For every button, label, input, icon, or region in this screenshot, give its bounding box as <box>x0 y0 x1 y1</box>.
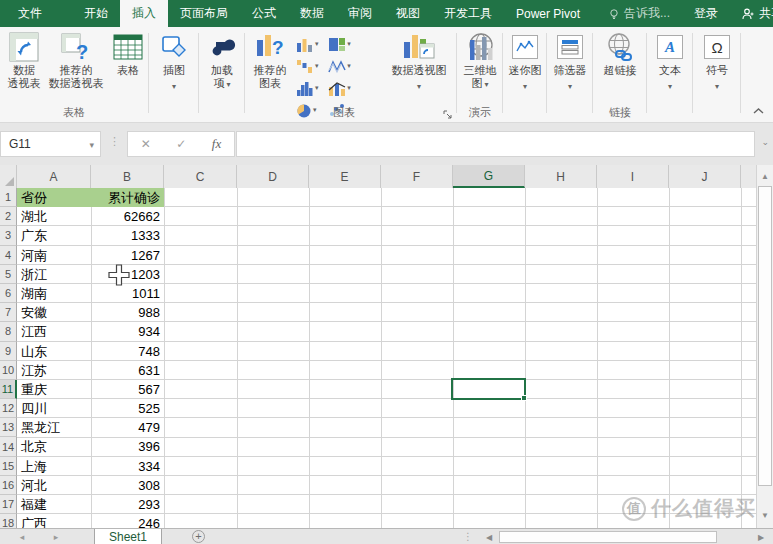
fill-handle[interactable] <box>521 395 527 401</box>
insert-combo-chart-button[interactable] <box>328 77 357 99</box>
expand-formula-bar-icon[interactable] <box>761 137 769 147</box>
pivotchart-button[interactable]: 数据透视图 <box>384 30 454 92</box>
cell-b4[interactable]: 1267 <box>91 246 164 265</box>
row-header[interactable]: 9 <box>0 342 17 361</box>
cell-a13[interactable]: 黑龙江 <box>17 418 91 437</box>
row-header[interactable]: 13 <box>0 418 17 437</box>
cell-b15[interactable]: 334 <box>91 457 164 476</box>
tab-page-layout[interactable]: 页面布局 <box>168 0 240 27</box>
cell-b8[interactable]: 934 <box>91 322 164 341</box>
cell-a4[interactable]: 河南 <box>17 246 91 265</box>
cancel-icon[interactable] <box>141 137 151 151</box>
cell-a9[interactable]: 山东 <box>17 342 91 361</box>
cell-a1[interactable]: 省份 <box>17 188 91 207</box>
insert-waterfall-chart-button[interactable] <box>296 55 325 77</box>
row-header[interactable]: 8 <box>0 322 17 341</box>
column-header-e[interactable]: E <box>309 165 381 188</box>
scroll-left-icon[interactable] <box>481 531 497 544</box>
cell-b17[interactable]: 293 <box>91 495 164 514</box>
pivottable-button[interactable]: 数据 透视表 <box>2 30 46 90</box>
collapse-ribbon-button[interactable] <box>753 106 765 116</box>
sheet-nav-left-icon[interactable] <box>12 532 32 542</box>
horizontal-scroll-thumb[interactable] <box>499 531 717 543</box>
select-all-button[interactable] <box>0 165 17 188</box>
cell-b5[interactable]: 1203 <box>91 265 164 284</box>
cell-b6[interactable]: 1011 <box>91 284 164 303</box>
hyperlink-button[interactable]: 超链接 <box>598 30 642 77</box>
cell-b11[interactable]: 567 <box>91 380 164 399</box>
cell-b1[interactable]: 累计确诊 <box>91 188 164 207</box>
column-header-f[interactable]: F <box>381 165 453 188</box>
row-header[interactable]: 6 <box>0 284 17 303</box>
recommended-pivottables-button[interactable]: ? 推荐的 数据透视表 <box>42 30 110 90</box>
active-cell-selection[interactable] <box>451 378 526 400</box>
symbols-button[interactable]: 符号 <box>698 30 736 92</box>
formula-bar-drag-handle[interactable] <box>109 135 120 148</box>
column-header-a[interactable]: A <box>17 165 91 188</box>
insert-column-chart-button[interactable] <box>296 33 325 55</box>
row-header[interactable]: 5 <box>0 265 17 284</box>
formula-input[interactable] <box>236 131 755 157</box>
row-header[interactable]: 15 <box>0 457 17 476</box>
row-header[interactable]: 4 <box>0 246 17 265</box>
addins-button[interactable]: 加载 项 <box>202 30 242 91</box>
cell-b12[interactable]: 525 <box>91 399 164 418</box>
column-header-j[interactable]: J <box>669 165 741 188</box>
cell-b14[interactable]: 396 <box>91 437 164 456</box>
cell-a11[interactable]: 重庆 <box>17 380 91 399</box>
tab-power-pivot[interactable]: Power Pivot <box>504 0 592 27</box>
column-header-partial[interactable] <box>741 165 756 188</box>
cell-a12[interactable]: 四川 <box>17 399 91 418</box>
charts-dialog-launcher[interactable] <box>443 109 453 119</box>
cell-a7[interactable]: 安徽 <box>17 303 91 322</box>
column-header-c[interactable]: C <box>164 165 237 188</box>
row-header[interactable]: 14 <box>0 437 17 456</box>
cell-b3[interactable]: 1333 <box>91 226 164 245</box>
sheet-tab-sheet1[interactable]: Sheet1 <box>94 529 162 544</box>
column-header-b[interactable]: B <box>91 165 164 188</box>
cell-a16[interactable]: 河北 <box>17 476 91 495</box>
cell-a17[interactable]: 福建 <box>17 495 91 514</box>
enter-icon[interactable] <box>176 137 186 151</box>
recommended-charts-button[interactable]: ? 推荐的 图表 <box>246 30 294 90</box>
cell-b7[interactable]: 988 <box>91 303 164 322</box>
cell-a3[interactable]: 广东 <box>17 226 91 245</box>
column-header-d[interactable]: D <box>237 165 309 188</box>
cell-b10[interactable]: 631 <box>91 361 164 380</box>
vertical-scrollbar[interactable] <box>756 165 773 528</box>
row-header[interactable]: 7 <box>0 303 17 322</box>
new-sheet-button[interactable] <box>192 530 205 543</box>
tab-file[interactable]: 文件 <box>2 0 58 27</box>
scroll-up-icon[interactable] <box>757 167 773 185</box>
vertical-scroll-thumb[interactable] <box>758 186 772 486</box>
name-box[interactable]: G11 <box>0 131 101 157</box>
scroll-right-icon[interactable] <box>753 531 769 544</box>
row-header[interactable]: 16 <box>0 476 17 495</box>
cell-a15[interactable]: 上海 <box>17 457 91 476</box>
cell-a14[interactable]: 北京 <box>17 437 91 456</box>
sheet-grid[interactable]: 1省份累计确诊 2湖北62662 3广东1333 4河南1267 5浙江1203… <box>0 188 756 528</box>
illustrations-button[interactable]: 插图 <box>154 30 194 92</box>
row-header[interactable]: 1 <box>0 188 17 207</box>
tab-developer[interactable]: 开发工具 <box>432 0 504 27</box>
cell-b13[interactable]: 479 <box>91 418 164 437</box>
insert-line-chart-button[interactable] <box>328 55 357 77</box>
tab-review[interactable]: 审阅 <box>336 0 384 27</box>
cell-b16[interactable]: 308 <box>91 476 164 495</box>
sheet-nav-right-icon[interactable] <box>46 532 66 542</box>
text-button[interactable]: 文本 <box>652 30 688 92</box>
map-3d-button[interactable]: 三维地 图 <box>460 30 500 91</box>
table-button[interactable]: 表格 <box>110 30 146 77</box>
column-header-i[interactable]: I <box>597 165 669 188</box>
cell-a10[interactable]: 江苏 <box>17 361 91 380</box>
row-header[interactable]: 18 <box>0 514 17 528</box>
name-box-caret-icon[interactable] <box>89 137 100 151</box>
cell-b18[interactable]: 246 <box>91 514 164 528</box>
column-header-g[interactable]: G <box>453 165 525 188</box>
tab-view[interactable]: 视图 <box>384 0 432 27</box>
hscroll-drag-handle[interactable] <box>463 531 473 542</box>
row-header[interactable]: 2 <box>0 207 17 226</box>
insert-statistic-chart-button[interactable] <box>296 77 325 99</box>
cell-a8[interactable]: 江西 <box>17 322 91 341</box>
cell-b2[interactable]: 62662 <box>91 207 164 226</box>
